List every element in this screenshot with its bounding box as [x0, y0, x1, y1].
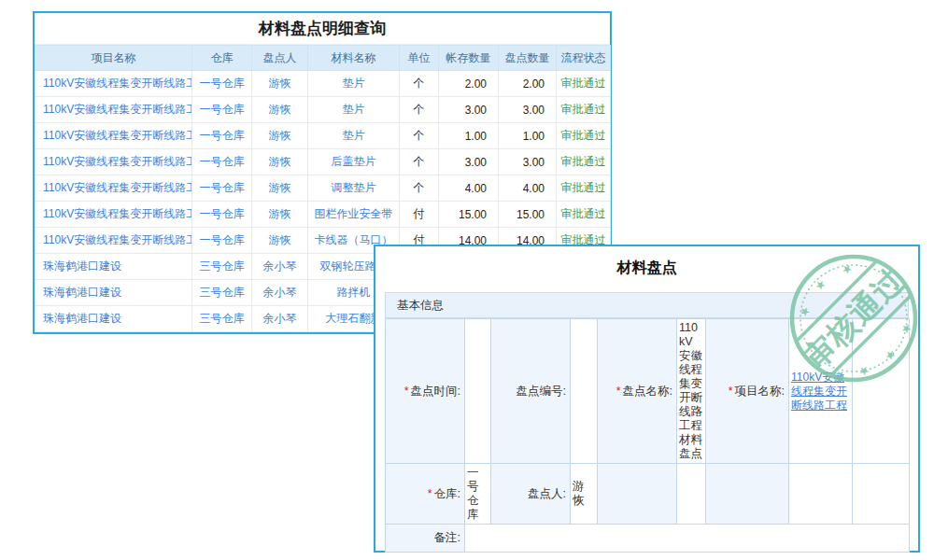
count-name-field[interactable]: 110kV安徽线程集变开断线路工程材料盘点	[677, 319, 706, 464]
cell-material[interactable]: 垫片	[308, 97, 400, 123]
cell-project[interactable]: 珠海鹤港口建设	[35, 306, 192, 332]
remark-label-text: 备注:	[434, 531, 460, 544]
count-no-label: 盘点编号:	[491, 319, 571, 464]
warehouse-field[interactable]: 一号仓库	[465, 464, 491, 525]
cell-warehouse: 一号仓库	[192, 123, 252, 149]
count-name-label: *盘点名称:	[598, 319, 677, 464]
cell-unit: 个	[400, 97, 439, 123]
project-name-label: *项目名称:	[706, 319, 789, 464]
cell-person: 游恢	[252, 123, 308, 149]
column-header-project: 项目名称	[35, 46, 192, 71]
warehouse-label-text: 仓库:	[434, 487, 460, 500]
table-row: 110kV安徽线程集变开断线路工程一号仓库游恢垫片个1.001.00审批通过	[35, 123, 611, 149]
cell-material[interactable]: 调整垫片	[308, 175, 400, 202]
cell-count-qty: 3.00	[499, 97, 557, 123]
empty-label	[598, 464, 677, 525]
remark-label: 备注:	[386, 525, 465, 553]
cell-count-qty: 4.00	[499, 175, 557, 202]
cell-project[interactable]: 110kV安徽线程集变开断线路工程	[35, 175, 192, 202]
cell-material[interactable]: 后盖垫片	[308, 149, 400, 175]
count-time-label-text: 盘点时间:	[411, 385, 460, 398]
cell-warehouse: 一号仓库	[192, 202, 252, 228]
table-row: 110kV安徽线程集变开断线路工程一号仓库游恢垫片个3.003.00审批通过	[35, 97, 611, 123]
cell-project[interactable]: 珠海鹤港口建设	[35, 254, 192, 280]
remark-field[interactable]	[465, 525, 910, 553]
cell-warehouse: 一号仓库	[192, 97, 252, 123]
cell-status: 审批通过	[557, 175, 611, 202]
cell-project[interactable]: 110kV安徽线程集变开断线路工程	[35, 228, 192, 254]
column-header-warehouse: 仓库	[192, 46, 252, 71]
cell-book-qty: 3.00	[439, 97, 499, 123]
cell-warehouse: 三号仓库	[192, 306, 252, 332]
required-marker: *	[616, 385, 621, 398]
person-label: 盘点人:	[491, 464, 571, 525]
cell-count-qty: 15.00	[499, 202, 557, 228]
cell-status: 审批通过	[557, 97, 611, 123]
cell-person: 游恢	[252, 149, 308, 175]
cell-count-qty: 1.00	[499, 123, 557, 149]
person-label-text: 盘点人:	[528, 487, 566, 500]
cell-project[interactable]: 110kV安徽线程集变开断线路工程	[35, 97, 192, 123]
count-no-label-text: 盘点编号:	[517, 385, 566, 398]
required-marker: *	[404, 385, 409, 398]
detail-panel-title: 材料盘点	[375, 259, 918, 278]
cell-status: 审批通过	[557, 149, 611, 175]
table-row: 110kV安徽线程集变开断线路工程一号仓库游恢调整垫片个4.004.00审批通过	[35, 175, 611, 202]
column-header-book-qty: 帐存数量	[439, 46, 499, 71]
required-marker: *	[729, 385, 733, 398]
cell-book-qty: 1.00	[439, 123, 499, 149]
cell-warehouse: 一号仓库	[192, 71, 252, 97]
person-field[interactable]: 游恢	[571, 464, 598, 525]
basic-info-section-header: 基本信息	[385, 292, 909, 318]
cell-person: 余小琴	[252, 254, 308, 280]
count-no-field[interactable]	[571, 319, 598, 464]
table-row: 110kV安徽线程集变开断线路工程一号仓库游恢后盖垫片个3.003.00审批通过	[35, 149, 611, 175]
cell-warehouse: 三号仓库	[192, 254, 252, 280]
table-row: 110kV安徽线程集变开断线路工程一号仓库游恢垫片个2.002.00审批通过	[35, 71, 611, 97]
cell-status: 审批通过	[557, 202, 611, 228]
cell-material[interactable]: 垫片	[308, 123, 400, 149]
cell-material[interactable]: 围栏作业安全带	[308, 202, 400, 228]
cell-book-qty: 4.00	[439, 175, 499, 202]
query-panel-title: 材料盘点明细查询	[35, 13, 610, 45]
empty-field	[789, 464, 853, 525]
cell-unit: 个	[400, 71, 439, 97]
cell-project[interactable]: 110kV安徽线程集变开断线路工程	[35, 123, 192, 149]
cell-count-qty: 2.00	[499, 71, 557, 97]
detail-panel: 材料盘点 基本信息 *盘点时间: 盘点编号: *盘点名称: 110kV安徽线程集…	[374, 245, 920, 553]
cell-warehouse: 一号仓库	[192, 228, 252, 254]
required-marker: *	[428, 487, 432, 500]
cell-unit: 个	[400, 123, 439, 149]
column-header-count-qty: 盘点数量	[499, 46, 557, 71]
cell-project[interactable]: 110kV安徽线程集变开断线路工程	[35, 71, 192, 97]
cell-project[interactable]: 110kV安徽线程集变开断线路工程	[35, 149, 192, 175]
cell-warehouse: 三号仓库	[192, 280, 252, 306]
cell-warehouse: 一号仓库	[192, 149, 252, 175]
cell-book-qty: 15.00	[439, 202, 499, 228]
cell-person: 余小琴	[252, 306, 308, 332]
cell-unit: 个	[400, 175, 439, 202]
column-header-unit: 单位	[400, 46, 439, 71]
empty-field	[853, 319, 910, 464]
cell-status: 审批通过	[557, 123, 611, 149]
cell-project[interactable]: 110kV安徽线程集变开断线路工程	[35, 202, 192, 228]
column-header-status: 流程状态	[557, 46, 611, 71]
count-time-field[interactable]	[465, 319, 491, 464]
column-header-person: 盘点人	[252, 46, 308, 71]
cell-project[interactable]: 珠海鹤港口建设	[35, 280, 192, 306]
form-row-1: *盘点时间: 盘点编号: *盘点名称: 110kV安徽线程集变开断线路工程材料盘…	[386, 319, 910, 464]
project-name-label-text: 项目名称:	[735, 385, 785, 398]
project-name-field: 110kV安徽线程集变开断线路工程	[789, 319, 853, 464]
empty-field	[677, 464, 706, 525]
cell-count-qty: 3.00	[499, 149, 557, 175]
form-row-3: 备注:	[386, 525, 910, 553]
cell-unit: 付	[400, 202, 439, 228]
form-row-2: *仓库: 一号仓库 盘点人: 游恢	[386, 464, 910, 525]
cell-person: 游恢	[252, 71, 308, 97]
cell-material[interactable]: 垫片	[308, 71, 400, 97]
cell-book-qty: 3.00	[439, 149, 499, 175]
project-link[interactable]: 110kV安徽线程集变开断线路工程	[791, 371, 847, 412]
warehouse-label: *仓库:	[386, 464, 465, 525]
count-time-label: *盘点时间:	[386, 319, 465, 464]
cell-person: 游恢	[252, 228, 308, 254]
